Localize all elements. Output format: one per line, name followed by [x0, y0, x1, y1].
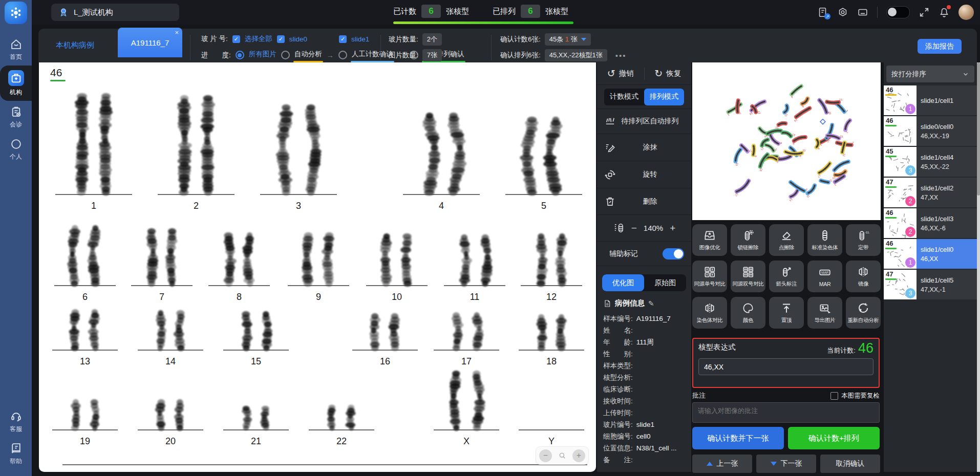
tool-standard-chromosome[interactable]: 标准染色体 [807, 224, 842, 256]
cell-list-scrollbar[interactable] [977, 62, 980, 472]
svg-text:MAR: MAR [821, 271, 829, 274]
prev-button[interactable]: 上一张 [692, 455, 752, 473]
cell-name: slide0/cell0 [921, 123, 973, 131]
annotation-input[interactable] [692, 402, 880, 423]
cell-list-item-slide1/cell4[interactable]: 453slide1/cell445,XX,-22 [884, 147, 977, 177]
tool-image-optimize[interactable]: 图像优化 [692, 224, 727, 256]
more-icon[interactable]: ••• [615, 51, 627, 60]
cell-score: 46 [886, 209, 893, 217]
add-report-button[interactable]: 添加报告 [918, 39, 962, 54]
tool-label: 置顶 [781, 317, 792, 324]
theme-toggle[interactable] [886, 6, 910, 18]
palette-icon [741, 301, 755, 315]
progress-option-label[interactable]: 人工计数确认 [352, 50, 393, 60]
sidebar: 首页机构会诊个人 客服帮助 [0, 0, 32, 476]
settings-gear-icon[interactable] [837, 7, 848, 18]
next-button[interactable]: 下一张 [756, 455, 816, 473]
mirror-icon [857, 265, 870, 278]
tool-export-image[interactable]: 导出图片 [807, 297, 842, 329]
sidebar-item-帮助[interactable]: 帮助 [0, 438, 32, 470]
svg-text:2: 2 [845, 131, 849, 134]
cell-list-item-slide0/cell0[interactable]: 46slide0/cell046,XX,-19 [884, 116, 977, 146]
cancel-confirm-button[interactable]: 取消确认 [820, 455, 880, 473]
confirm-count-dropdown[interactable]: 45条 1 张 [545, 33, 591, 46]
smear-button[interactable]: 涂抹 [597, 134, 691, 161]
sidebar-item-机构[interactable]: 机构 [0, 66, 32, 101]
karyotype-expression-input[interactable] [698, 358, 874, 375]
metaphase-preview[interactable]: 1234567891011121314151617181920212212345… [692, 62, 881, 220]
cell-list-item-slide1/cell1[interactable]: 461slide1/cell1 [884, 85, 977, 115]
case-info: 病例信息 ✎ 样本编号:A191116_7姓 名:年 龄:111周性 别:样本类… [597, 291, 691, 466]
tool-dot-erase[interactable]: 点擦除 [769, 224, 804, 256]
tool-chain-erase[interactable]: 锁链擦除 [731, 224, 765, 256]
confirm-count-next-button[interactable]: 确认计数并下一张 [692, 427, 784, 449]
zoom-decrease-button[interactable]: − [631, 223, 637, 234]
cell-list-item-slide1/cell0[interactable]: 461slide1/cell046,XX [884, 239, 977, 269]
tool-mirror[interactable]: 镜像 [846, 261, 881, 292]
report-compose-icon[interactable]: ↗ [817, 7, 828, 18]
confirm-count-arrange-button[interactable]: 确认计数+排列 [788, 427, 880, 449]
tool-reanalyze[interactable]: 重新自动分析 [846, 297, 881, 329]
cell-score: 46 [886, 86, 893, 94]
sort-dropdown[interactable]: 按打分排序 [886, 66, 974, 82]
progress-radio-2[interactable] [281, 51, 290, 59]
slide0-label[interactable]: slide0 [289, 35, 307, 43]
mar-icon: MAR [818, 266, 832, 279]
rotate-button[interactable]: 旋转 [597, 161, 691, 188]
edit-pencil-icon[interactable]: ✎ [648, 299, 654, 308]
tool-arrow-annotate[interactable]: 箭头标注 [769, 261, 804, 292]
redo-button[interactable]: ↻恢复 [645, 68, 692, 79]
progress-radio-1[interactable] [236, 51, 244, 59]
close-tab-icon[interactable]: × [175, 29, 179, 36]
slide1-label[interactable]: slide1 [351, 35, 369, 43]
arrange-mode-tab[interactable]: 排列模式 [644, 89, 684, 105]
zoom-in-button[interactable]: + [572, 449, 585, 462]
confirm-arrange-value[interactable]: 45,XX,-22核型1张 [545, 49, 607, 61]
keyboard-icon[interactable] [857, 7, 868, 18]
tab-org-cases[interactable]: 本机构病例 [56, 40, 94, 50]
optimized-image-tab[interactable]: 优化图 [602, 274, 644, 291]
sidebar-item-客服[interactable]: 客服 [0, 405, 32, 438]
karyotype-canvas[interactable]: 12345678910111213141516171819202122XY 46… [39, 62, 596, 472]
cell-list-item-slide1/cell2[interactable]: 472slide1/cell247,XX [884, 178, 977, 207]
progress-radio-3[interactable] [338, 51, 347, 59]
tool-homolog-double[interactable]: 同源双号对比 [731, 261, 765, 292]
tool-band-position[interactable]: -11.2定带 [846, 224, 881, 256]
count-mode-tab[interactable]: 计数模式 [604, 89, 644, 105]
sidebar-item-会诊[interactable]: 会诊 [0, 101, 32, 133]
slide0-checkbox[interactable]: ✓ [277, 35, 285, 43]
delete-button[interactable]: 删除 [597, 188, 691, 215]
progress-option-label[interactable]: 自动分析 [294, 50, 322, 60]
tool-pin-top[interactable]: 置顶 [769, 297, 804, 329]
sidebar-item-个人[interactable]: 个人 [0, 133, 32, 165]
tool-mar[interactable]: MARMAR [807, 261, 842, 292]
slide1-checkbox[interactable]: ✓ [339, 35, 347, 43]
cell-list-item-slide1/cell5[interactable]: 473slide1/cell547,XX,-1 [884, 270, 977, 299]
original-image-tab[interactable]: 原始图 [644, 274, 686, 291]
zoom-out-button[interactable]: − [539, 449, 552, 462]
tool-homolog-single[interactable]: 同源单号对比 [692, 261, 727, 292]
progress-option-label[interactable]: 所有图片 [249, 50, 276, 60]
tool-chromosome-compare[interactable]: 染色体对比 [692, 297, 727, 329]
recheck-checkbox[interactable] [830, 392, 838, 400]
annotation-row: 批注 本图需要复检 [692, 391, 880, 400]
select-all-label[interactable]: 选择全部 [245, 34, 272, 44]
chevron-down-icon [962, 71, 969, 78]
select-all-checkbox[interactable]: ✓ [232, 35, 240, 43]
aux-mark-toggle[interactable] [663, 248, 684, 259]
user-avatar[interactable] [958, 5, 974, 20]
notification-bell-icon[interactable] [939, 7, 950, 18]
org-selector[interactable]: L_测试机构 [51, 4, 179, 21]
cell-karyotype: 46,XX [921, 255, 973, 263]
zoom-increase-button[interactable]: + [670, 223, 675, 234]
smear-icon [604, 142, 616, 154]
tool-label: 导出图片 [815, 317, 836, 324]
fullscreen-icon[interactable] [919, 7, 930, 18]
magnifier-icon[interactable] [558, 451, 566, 460]
sidebar-item-首页[interactable]: 首页 [0, 33, 32, 66]
tool-palette[interactable]: 颜色 [731, 297, 765, 329]
tab-case[interactable]: A191116_7 × [118, 28, 182, 57]
undo-button[interactable]: ↺撤销 [597, 68, 644, 79]
cell-list-item-slide1/cell3[interactable]: 462slide1/cell346,XX,-6 [884, 208, 977, 238]
auto-arrange-button[interactable]: 待排列区自动排列 [597, 109, 691, 134]
